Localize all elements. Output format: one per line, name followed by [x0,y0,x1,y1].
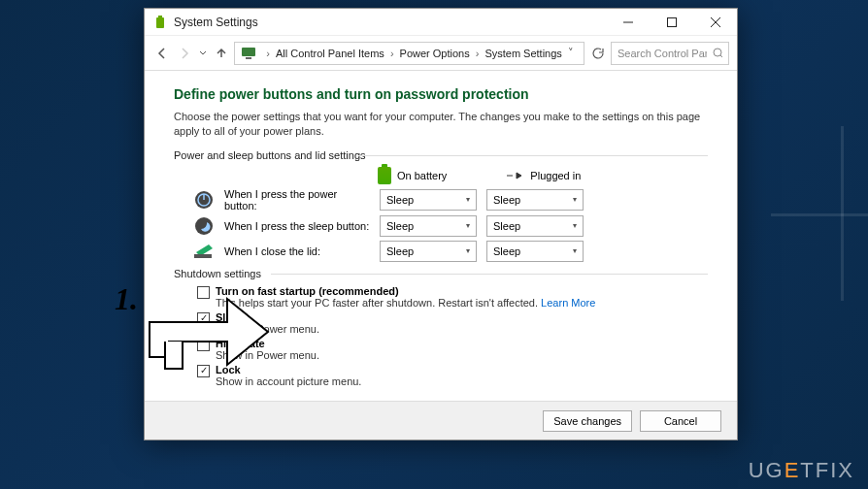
battery-app-icon [152,15,168,30]
checkbox-description: Show in account picture menu. [216,375,361,387]
step-annotation: 1. [115,281,138,317]
learn-more-link[interactable]: Learn More [541,297,595,309]
chevron-down-icon [199,49,207,57]
checkbox-description: This helps start your PC faster after sh… [216,297,595,309]
chevron-down-icon: ▾ [573,246,577,255]
group-title-buttons-lid: Power and sleep buttons and lid settings [174,149,708,161]
nav-forward-button[interactable] [175,42,193,65]
svg-rect-6 [242,48,255,56]
close-icon [711,17,720,27]
checkbox-row-hibernate: Hibernate Show in Power menu. [197,338,708,361]
power-button-battery-dropdown[interactable]: Sleep▾ [380,189,477,211]
power-button-plugged-dropdown[interactable]: Sleep▾ [486,189,584,211]
chevron-down-icon: ▾ [573,195,577,204]
setting-label: When I press the sleep button: [224,220,370,232]
on-battery-header: On battery [378,167,447,184]
page-description: Choose the power settings that you want … [174,110,708,140]
search-icon [713,48,722,59]
setting-row-close-lid: When I close the lid: Sleep▾ Sleep▾ [174,241,708,262]
checkbox-label: Lock [216,364,361,375]
titlebar: System Settings [145,9,737,36]
minimize-icon [623,17,633,27]
nav-recent-button[interactable] [197,42,208,65]
svg-rect-0 [156,17,164,28]
save-changes-button[interactable]: Save changes [543,410,632,432]
svg-point-8 [714,49,721,56]
plug-icon [505,171,524,180]
group-title-shutdown: Shutdown settings [174,268,708,279]
battery-icon [378,167,391,184]
minimize-button[interactable] [606,9,650,36]
page-heading: Define power buttons and turn on passwor… [174,86,708,102]
nav-back-button[interactable] [152,42,171,65]
breadcrumb[interactable]: › All Control Panel Items › Power Option… [234,42,584,65]
arrow-up-icon [215,47,228,60]
laptop-lid-icon [193,241,215,262]
chevron-down-icon: ▾ [466,195,470,204]
search-box[interactable] [611,42,729,65]
checkbox-label: Sleep [216,311,319,323]
control-panel-icon [241,46,256,61]
chevron-right-icon: › [472,48,484,59]
fast-startup-checkbox[interactable] [197,286,210,299]
navbar: › All Control Panel Items › Power Option… [145,36,737,71]
chevron-down-icon: ▾ [466,221,470,230]
content-area: Define power buttons and turn on passwor… [145,71,737,401]
close-button[interactable] [693,9,737,36]
svg-rect-7 [246,57,251,59]
svg-rect-3 [667,17,676,26]
svg-line-9 [720,55,722,58]
checkbox-description: Show in Power menu. [216,349,319,361]
system-settings-window: System Settings › All Control Panel Item… [144,8,738,440]
lock-checkbox[interactable] [197,365,210,377]
watermark: UGETFIX [749,458,854,483]
checkbox-label: Turn on fast startup (recommended) [216,285,595,297]
close-lid-plugged-dropdown[interactable]: Sleep▾ [486,241,584,262]
maximize-icon [667,17,677,27]
footer: Save changes Cancel [145,401,737,440]
hibernate-checkbox[interactable] [197,339,210,351]
refresh-icon [590,47,604,60]
search-input[interactable] [618,48,707,59]
breadcrumb-item[interactable]: System Settings [484,48,561,59]
svg-rect-1 [158,16,162,17]
maximize-button[interactable] [650,9,693,36]
checkbox-label: Hibernate [216,338,319,349]
setting-label: When I press the power button: [224,188,370,212]
arrow-left-icon [155,47,169,60]
checkbox-description: Show in Power menu. [216,323,319,335]
checkbox-row-sleep: Sleep Show in Power menu. [197,311,708,335]
chevron-down-icon[interactable]: ˅ [564,47,578,59]
chevron-down-icon: ▾ [573,221,577,230]
refresh-button[interactable] [588,42,607,65]
close-lid-battery-dropdown[interactable]: Sleep▾ [380,241,477,262]
window-title: System Settings [174,16,258,29]
sleep-button-icon [193,215,215,237]
svg-rect-14 [194,254,212,258]
sleep-button-battery-dropdown[interactable]: Sleep▾ [380,215,477,237]
setting-row-sleep-button: When I press the sleep button: Sleep▾ Sl… [174,215,708,237]
checkbox-row-fast-startup: Turn on fast startup (recommended) This … [197,285,708,309]
column-headers: On battery Plugged in [378,167,708,184]
sleep-button-plugged-dropdown[interactable]: Sleep▾ [486,215,584,237]
breadcrumb-item[interactable]: Power Options [400,48,470,59]
nav-up-button[interactable] [212,42,230,65]
cancel-button[interactable]: Cancel [640,410,721,432]
checkbox-row-lock: Lock Show in account picture menu. [197,364,708,387]
chevron-right-icon: › [262,48,274,59]
breadcrumb-item[interactable]: All Control Panel Items [276,48,384,59]
sleep-checkbox[interactable] [197,312,210,325]
power-button-icon [193,189,215,211]
setting-row-power-button: When I press the power button: Sleep▾ Sl… [174,188,708,212]
setting-label: When I close the lid: [224,245,370,257]
arrow-right-icon [178,47,191,60]
chevron-down-icon: ▾ [466,246,470,255]
chevron-right-icon: › [386,48,398,59]
plugged-in-header: Plugged in [505,170,581,181]
